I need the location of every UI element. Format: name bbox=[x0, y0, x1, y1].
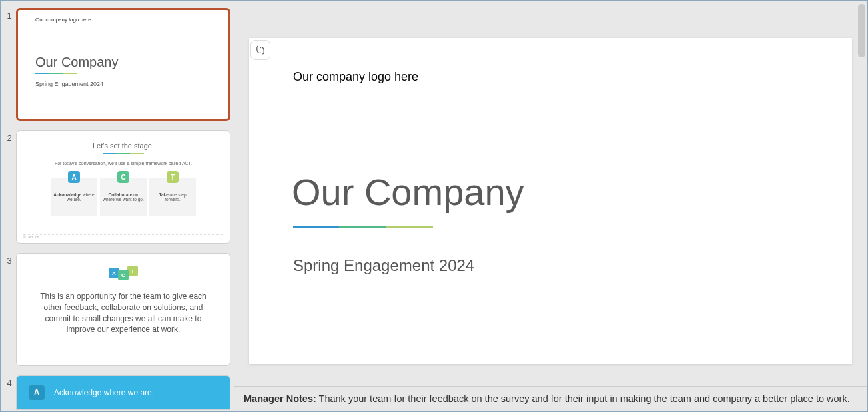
speaker-notes-bar[interactable]: Manager Notes: Thank your team for their… bbox=[234, 386, 867, 411]
thumb-card: T Take one step forward. bbox=[149, 178, 196, 216]
copilot-button[interactable] bbox=[250, 40, 270, 60]
thumb-subtitle: For today's conversation, we'll use a si… bbox=[25, 161, 222, 166]
slide-thumbnail-panel[interactable]: 1 Our company logo here Our Company Spri… bbox=[1, 1, 234, 411]
thumbnail-row: 2 Let's set the stage. For today's conve… bbox=[3, 130, 230, 244]
slide-title[interactable]: Our Company bbox=[289, 170, 812, 214]
main-editor-area: Our company logo here Our Company Spring… bbox=[234, 1, 867, 411]
slide-number: 3 bbox=[3, 253, 16, 266]
slide-number: 1 bbox=[3, 8, 16, 21]
thumbnail-row: 1 Our company logo here Our Company Spri… bbox=[3, 8, 230, 121]
thumb-accent-line bbox=[103, 153, 144, 154]
slide-number: 4 bbox=[3, 375, 16, 388]
thumb-subtitle: Spring Engagement 2024 bbox=[18, 74, 228, 87]
slide-thumbnail-4[interactable]: A Acknowledge where we are. bbox=[16, 375, 230, 410]
slide-number: 2 bbox=[3, 130, 16, 143]
chip-c-icon: C bbox=[118, 270, 129, 280]
chip-a-icon: A bbox=[29, 385, 45, 400]
slide-thumbnail-3[interactable]: A C T This is an opportunity for the tea… bbox=[16, 253, 230, 366]
chip-t-icon: T bbox=[167, 171, 179, 183]
thumb-chip-cluster: A C T bbox=[31, 266, 215, 280]
notes-label: Manager Notes: bbox=[244, 393, 316, 404]
chip-c-icon: C bbox=[117, 171, 129, 183]
thumb-title: Our Company bbox=[18, 23, 228, 70]
slide-thumbnail-1[interactable]: Our company logo here Our Company Spring… bbox=[16, 8, 230, 121]
thumbnail-row: 3 A C T This is an opportunity for the t… bbox=[3, 253, 230, 366]
copilot-icon bbox=[254, 44, 266, 56]
slide-thumbnail-2[interactable]: Let's set the stage. For today's convers… bbox=[16, 130, 230, 244]
thumbnail-row: 4 A Acknowledge where we are. bbox=[3, 375, 230, 410]
thumb-card-row: A Acknowledge where we are. C Collaborat… bbox=[25, 178, 222, 216]
thumb-logo-text: Our company logo here bbox=[18, 10, 228, 23]
thumb-title: Let's set the stage. bbox=[25, 142, 222, 150]
slide-logo-placeholder[interactable]: Our company logo here bbox=[289, 70, 812, 84]
thumb-body-text: This is an opportunity for the team to g… bbox=[31, 291, 215, 335]
slide-canvas[interactable]: Our company logo here Our Company Spring… bbox=[249, 38, 852, 364]
chip-a-icon: A bbox=[68, 171, 80, 183]
slide-accent-line bbox=[293, 226, 433, 228]
thumb-title: Acknowledge where we are. bbox=[54, 388, 154, 397]
chip-t-icon: T bbox=[127, 266, 138, 276]
thumb-card: A Acknowledge where we are. bbox=[51, 178, 97, 216]
slide-subtitle[interactable]: Spring Engagement 2024 bbox=[289, 256, 812, 275]
thumb-card: C Collaborate on where we want to go. bbox=[100, 178, 147, 216]
notes-text: Thank your team for their feedback on th… bbox=[316, 393, 850, 404]
